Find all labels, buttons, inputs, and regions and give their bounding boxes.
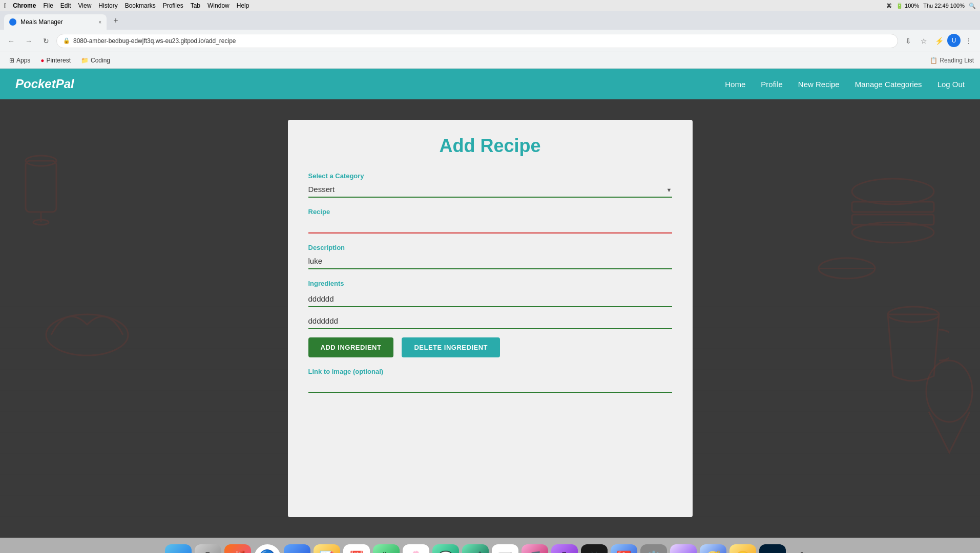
- delete-ingredient-button[interactable]: DELETE INGREDIENT: [402, 337, 500, 357]
- ingredient-buttons: ADD INGREDIENT DELETE INGREDIENT: [308, 337, 672, 357]
- app-logo[interactable]: PocketPal: [15, 77, 74, 91]
- add-recipe-form: Add Recipe Select a Category Dessert Bre…: [288, 120, 693, 517]
- bookmark-pinterest-label: Pinterest: [47, 57, 71, 64]
- ingredient-input-2[interactable]: [308, 313, 672, 329]
- tab-close-button[interactable]: ×: [98, 19, 101, 25]
- safari-icon: 🧭: [705, 550, 721, 554]
- ingredients-group: Ingredients ADD INGREDIENT DELETE INGRED…: [308, 280, 672, 357]
- content-background: Add Recipe Select a Category Dessert Bre…: [0, 99, 980, 538]
- macos-dock: 🗂 🎙 🚀 🔵 ✉️ 📝 📅 🗺 🌸 💬 📹 📰 🎵 🎙 📺 🅰️: [0, 538, 980, 553]
- download-button[interactable]: ⇩: [901, 34, 915, 48]
- chrome-addressbar: ← → ↻ 🔒 8080-amber-bedbug-edwjft3q.ws-eu…: [0, 30, 980, 52]
- apple-menu[interactable]: : [4, 2, 7, 10]
- active-app-name[interactable]: Chrome: [13, 2, 36, 9]
- tv-icon: 📺: [587, 550, 602, 554]
- menu-help[interactable]: Help: [237, 2, 249, 9]
- launchpad-icon: 🚀: [230, 550, 245, 554]
- menu-tab[interactable]: Tab: [191, 2, 200, 9]
- bookmark-apps[interactable]: ⊞ Apps: [6, 56, 33, 65]
- dock-tv[interactable]: 📺: [581, 544, 608, 554]
- app-nav-links: Home Profile New Recipe Manage Categorie…: [725, 80, 965, 89]
- dock-photoshop[interactable]: Ps: [759, 544, 786, 554]
- nav-manage-categories[interactable]: Manage Categories: [855, 80, 922, 89]
- dock-notes[interactable]: 📝: [314, 544, 340, 554]
- forward-button[interactable]: →: [22, 34, 36, 48]
- menu-history[interactable]: History: [98, 2, 117, 9]
- reading-list-label[interactable]: Reading List: [940, 57, 974, 64]
- dock-calendar[interactable]: 📅: [343, 544, 370, 554]
- sausage-illustration: [816, 253, 878, 284]
- tab-title: Meals Manager: [20, 18, 94, 26]
- chrome-menu-button[interactable]: ⋮: [962, 34, 976, 48]
- url-text[interactable]: 8080-amber-bedbug-edwjft3q.ws-eu23.gitpo…: [73, 37, 236, 45]
- search-icon[interactable]: 🔍: [969, 3, 976, 9]
- dock-messages[interactable]: 💬: [432, 544, 459, 554]
- bookmark-coding[interactable]: 📁 Coding: [78, 56, 113, 65]
- bookmarks-bar: ⊞ Apps ● Pinterest 📁 Coding 📋 Reading Li…: [0, 52, 980, 69]
- messages-icon: 💬: [438, 550, 453, 554]
- description-input[interactable]: [308, 253, 672, 269]
- lock-icon: 🔒: [63, 37, 70, 44]
- profile-button[interactable]: U: [947, 34, 961, 47]
- coding-folder-icon: 📁: [81, 57, 89, 64]
- add-ingredient-button[interactable]: ADD INGREDIENT: [308, 337, 394, 357]
- dock-podcasts[interactable]: 🎙: [551, 544, 578, 554]
- siri-icon: 🎙: [202, 550, 214, 554]
- nav-profile[interactable]: Profile: [761, 80, 783, 89]
- chrome-tabbar: Meals Manager × +: [0, 11, 980, 30]
- dock-slack[interactable]: #: [670, 544, 697, 554]
- bookmark-apps-label: Apps: [16, 57, 30, 64]
- dock-launchpad[interactable]: 🚀: [224, 544, 251, 554]
- menu-file[interactable]: File: [43, 2, 53, 9]
- menu-profiles[interactable]: Profiles: [163, 2, 183, 9]
- dock-finder[interactable]: 🗂: [165, 544, 192, 554]
- macos-menubar:  Chrome File Edit View History Bookmark…: [0, 0, 980, 11]
- battery-icon: 🔋 100%: [896, 3, 919, 9]
- nav-home[interactable]: Home: [725, 80, 745, 89]
- menu-bookmarks[interactable]: Bookmarks: [125, 2, 156, 9]
- reload-button[interactable]: ↻: [39, 34, 53, 48]
- dock-maps[interactable]: 🗺: [373, 544, 400, 554]
- reading-list-icon: 📋: [930, 57, 937, 64]
- category-select[interactable]: Dessert Breakfast Lunch Dinner Snack: [308, 182, 672, 198]
- dock-appstore[interactable]: 🅰️: [611, 544, 637, 554]
- icecream-illustration: [919, 355, 980, 458]
- active-tab[interactable]: Meals Manager ×: [4, 14, 107, 30]
- pinterest-icon: ●: [40, 57, 44, 64]
- svg-point-5: [852, 179, 934, 204]
- dock-safari[interactable]: 🧭: [700, 544, 726, 554]
- dock-siri[interactable]: 🎙: [195, 544, 221, 554]
- extensions-button[interactable]: ⚡: [932, 34, 946, 48]
- reading-list-button[interactable]: 📋 Reading List: [930, 57, 974, 64]
- dock-emoji[interactable]: 🙂: [729, 544, 756, 554]
- dock-facetime[interactable]: 📹: [462, 544, 489, 554]
- dock-mail[interactable]: ✉️: [284, 544, 310, 554]
- music-icon: 🎵: [527, 550, 543, 554]
- menu-view[interactable]: View: [78, 2, 92, 9]
- croissant-illustration: [41, 294, 133, 366]
- dock-photos[interactable]: 🌸: [403, 544, 429, 554]
- dock-systemprefs[interactable]: ⚙️: [640, 544, 667, 554]
- wifi-icon: ⌘: [886, 3, 892, 9]
- address-bar[interactable]: 🔒 8080-amber-bedbug-edwjft3q.ws-eu23.git…: [56, 34, 898, 48]
- recipe-label: Recipe: [308, 208, 672, 216]
- dock-news[interactable]: 📰: [492, 544, 518, 554]
- image-link-group: Link to image (optional): [308, 368, 672, 393]
- menu-edit[interactable]: Edit: [60, 2, 71, 9]
- recipe-input[interactable]: [308, 218, 672, 233]
- menu-window[interactable]: Window: [207, 2, 230, 9]
- form-title: Add Recipe: [308, 135, 672, 157]
- dock-trash[interactable]: 🗑: [789, 544, 816, 554]
- bookmark-button[interactable]: ☆: [916, 34, 931, 48]
- back-button[interactable]: ←: [4, 34, 18, 48]
- image-link-input[interactable]: [308, 377, 672, 393]
- ingredient-input-1[interactable]: [308, 291, 672, 307]
- nav-logout[interactable]: Log Out: [937, 80, 965, 89]
- nav-new-recipe[interactable]: New Recipe: [798, 80, 840, 89]
- bookmark-pinterest[interactable]: ● Pinterest: [37, 56, 74, 65]
- appstore-icon: 🅰️: [616, 550, 632, 554]
- chrome-dock-icon: 🔵: [258, 549, 276, 553]
- dock-music[interactable]: 🎵: [522, 544, 548, 554]
- dock-chrome[interactable]: 🔵: [254, 544, 281, 554]
- new-tab-button[interactable]: +: [109, 13, 123, 28]
